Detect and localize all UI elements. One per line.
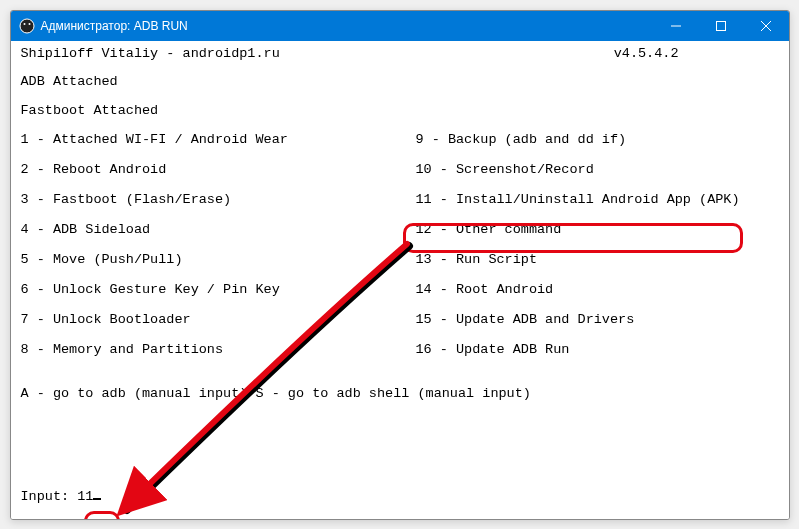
menu-row: 7 - Unlock Bootloader15 - Update ADB and… <box>21 313 779 329</box>
minimize-button[interactable] <box>654 11 699 41</box>
close-button[interactable] <box>744 11 789 41</box>
text-cursor <box>93 498 101 500</box>
svg-point-0 <box>20 19 34 33</box>
menu-row: 1 - Attached WI-FI / Android Wear 9 - Ba… <box>21 133 779 149</box>
menu-item-right-13: 13 - Run Script <box>416 253 779 269</box>
app-icon <box>19 18 35 34</box>
menu-item-right-11: 11 - Install/Uninstall Android App (APK) <box>416 193 779 209</box>
menu-item-right-9: 9 - Backup (adb and dd if) <box>416 133 779 149</box>
fastboot-status: Fastboot Attached <box>21 104 779 119</box>
menu-item-right-16: 16 - Update ADB Run <box>416 343 779 359</box>
input-value: 11 <box>77 489 93 504</box>
window-title: Администратор: ADB RUN <box>41 19 654 33</box>
menu-item-left-7: 7 - Unlock Bootloader <box>21 313 416 329</box>
svg-point-1 <box>23 23 25 25</box>
menu-item-left-6: 6 - Unlock Gesture Key / Pin Key <box>21 283 416 299</box>
menu-item-left-3: 3 - Fastboot (Flash/Erase) <box>21 193 416 209</box>
adb-status: ADB Attached <box>21 75 779 90</box>
author-text: Shipiloff Vitaliy - androidp1.ru <box>21 47 280 62</box>
menu-row: 4 - ADB Sideload12 - Other command <box>21 223 779 239</box>
menu-row: 5 - Move (Push/Pull)13 - Run Script <box>21 253 779 269</box>
footer-hint: A - go to adb (manual input) S - go to a… <box>21 387 779 402</box>
svg-point-2 <box>28 23 30 25</box>
app-window: Администратор: ADB RUN Shipiloff Vitaliy… <box>10 10 790 520</box>
menu-row: 6 - Unlock Gesture Key / Pin Key14 - Roo… <box>21 283 779 299</box>
version-text: v4.5.4.2 <box>614 47 679 62</box>
menu-item-left-2: 2 - Reboot Android <box>21 163 416 179</box>
input-prompt: Input: <box>21 489 78 504</box>
maximize-button[interactable] <box>699 11 744 41</box>
console-area: Shipiloff Vitaliy - androidp1.ru v4.5.4.… <box>11 41 789 519</box>
menu-row: 8 - Memory and Partitions16 - Update ADB… <box>21 343 779 359</box>
svg-rect-4 <box>717 21 726 30</box>
titlebar[interactable]: Администратор: ADB RUN <box>11 11 789 41</box>
input-line[interactable]: Input: 11 <box>21 490 102 505</box>
menu-item-right-10: 10 - Screenshot/Record <box>416 163 779 179</box>
annotation-highlight-input <box>84 511 120 520</box>
menu-item-right-12: 12 - Other command <box>416 223 779 239</box>
menu-item-right-15: 15 - Update ADB and Drivers <box>416 313 779 329</box>
menu-item-left-4: 4 - ADB Sideload <box>21 223 416 239</box>
menu-row: 3 - Fastboot (Flash/Erase)11 - Install/U… <box>21 193 779 209</box>
menu-item-left-8: 8 - Memory and Partitions <box>21 343 416 359</box>
window-controls <box>654 11 789 41</box>
menu-item-right-14: 14 - Root Android <box>416 283 779 299</box>
menu-row: 2 - Reboot Android10 - Screenshot/Record <box>21 163 779 179</box>
menu-item-left-5: 5 - Move (Push/Pull) <box>21 253 416 269</box>
menu-item-left-1: 1 - Attached WI-FI / Android Wear <box>21 133 416 149</box>
